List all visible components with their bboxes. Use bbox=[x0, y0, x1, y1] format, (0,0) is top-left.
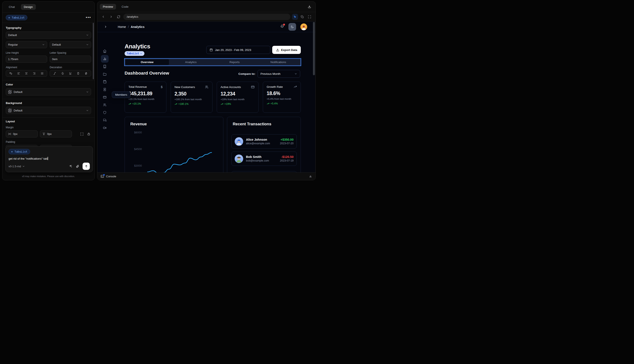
tab-notifications[interactable]: Notifications bbox=[256, 59, 300, 65]
console-bar[interactable]: Console bbox=[97, 172, 315, 180]
lock-margin-button[interactable] bbox=[86, 132, 91, 136]
selection-label-chip[interactable]: TabsList bbox=[125, 51, 144, 56]
selected-component-chip[interactable]: TabsList bbox=[6, 15, 27, 20]
home-icon bbox=[103, 49, 107, 53]
trending-up-icon bbox=[267, 102, 269, 105]
layout-heading: Layout bbox=[6, 120, 91, 123]
date-range-value: Jan 20, 2023 - Feb 09, 2023 bbox=[215, 48, 251, 52]
underline-icon[interactable] bbox=[69, 72, 72, 75]
color-select[interactable]: Default bbox=[6, 88, 91, 96]
date-range-picker[interactable]: Jan 20, 2023 - Feb 09, 2023 bbox=[206, 46, 270, 54]
left-panel-scrollbar[interactable] bbox=[93, 23, 94, 79]
forward-button[interactable] bbox=[108, 14, 114, 20]
align-right-icon[interactable] bbox=[33, 72, 36, 75]
italic-icon[interactable] bbox=[53, 72, 56, 75]
letter-spacing-label: Letter Spacing bbox=[50, 51, 91, 54]
undo-icon[interactable] bbox=[9, 72, 12, 75]
refresh-button[interactable] bbox=[116, 14, 122, 20]
align-center-icon[interactable] bbox=[25, 72, 28, 75]
copy-button[interactable] bbox=[299, 14, 305, 20]
tab-overview[interactable]: Overview bbox=[125, 59, 169, 65]
expand-margin-button[interactable] bbox=[80, 132, 84, 136]
sidebar-item-analytics[interactable] bbox=[101, 55, 109, 63]
font-weight-select[interactable]: Regular bbox=[6, 41, 47, 48]
no-decoration-icon[interactable] bbox=[85, 72, 88, 75]
line-height-label: Line Height bbox=[6, 51, 47, 54]
sidebar-item-video[interactable] bbox=[101, 124, 109, 132]
tab-design[interactable]: Design bbox=[21, 4, 36, 10]
stat-title: Active Accounts bbox=[221, 86, 241, 89]
background-select[interactable]: Default bbox=[6, 107, 91, 114]
align-left-icon[interactable] bbox=[17, 72, 20, 75]
decoration-toolbar bbox=[50, 70, 91, 77]
sidebar-item-organization[interactable] bbox=[101, 63, 109, 70]
download-icon bbox=[276, 48, 279, 52]
margin-y-icon bbox=[42, 132, 46, 136]
page-title: Analytics bbox=[125, 43, 150, 50]
send-button[interactable] bbox=[83, 162, 90, 170]
margin-y-input[interactable]: 0px bbox=[40, 130, 72, 138]
line-height-input[interactable]: 1.75rem bbox=[6, 56, 47, 63]
attach-file-button[interactable] bbox=[76, 164, 79, 168]
more-options-button[interactable]: ••• bbox=[86, 15, 91, 20]
stat-value: 18.6% bbox=[267, 90, 297, 96]
stat-subtext: +20.1% from last month bbox=[128, 98, 163, 100]
chevron-down-icon bbox=[294, 72, 297, 75]
users-icon bbox=[205, 85, 209, 89]
sidebar-item-payments[interactable] bbox=[101, 93, 109, 101]
stat-title: Growth Rate bbox=[267, 85, 283, 88]
building-icon bbox=[103, 64, 107, 68]
composer-input[interactable]: get rid of the "notifications" tab bbox=[9, 157, 90, 160]
preview-viewport: Home / Analytics bbox=[98, 22, 315, 173]
tab-code[interactable]: Code bbox=[119, 4, 131, 10]
model-selector[interactable]: v0-1.5-md bbox=[9, 165, 25, 168]
chevron-down-icon bbox=[86, 109, 89, 112]
strikethrough-icon[interactable] bbox=[61, 72, 64, 75]
compare-value: Previous Month bbox=[260, 72, 280, 76]
console-badge bbox=[103, 174, 105, 176]
overline-icon[interactable] bbox=[77, 72, 80, 75]
stat-subtext: +5.4% from last month bbox=[267, 98, 297, 100]
tab-preview[interactable]: Preview bbox=[100, 4, 116, 10]
margin-label: Margin bbox=[6, 126, 91, 129]
fullscreen-button[interactable] bbox=[306, 14, 312, 20]
sidebar-item-security[interactable] bbox=[101, 109, 109, 116]
chat-composer[interactable]: TabsList get rid of the "notifications" … bbox=[5, 146, 93, 172]
font-family-select[interactable]: Default bbox=[6, 32, 91, 38]
wallet-icon bbox=[103, 80, 107, 84]
tab-analytics[interactable]: Analytics bbox=[169, 59, 213, 65]
theme-toggle-button[interactable] bbox=[288, 23, 296, 31]
inspect-cursor-button[interactable] bbox=[292, 14, 298, 20]
font-size-select[interactable]: Default bbox=[50, 41, 91, 48]
sidebar-expand-icon[interactable] bbox=[104, 25, 107, 28]
sidebar-item-invoices[interactable] bbox=[101, 86, 109, 93]
breadcrumb-home[interactable]: Home bbox=[118, 25, 126, 28]
composer-context-chip[interactable]: TabsList bbox=[9, 149, 30, 154]
export-data-button[interactable]: Export Data bbox=[272, 46, 301, 54]
compare-select[interactable]: Previous Month bbox=[257, 70, 300, 78]
user-avatar[interactable] bbox=[300, 24, 307, 30]
diamond-icon bbox=[8, 16, 11, 19]
url-input[interactable]: /analytics bbox=[123, 14, 290, 20]
tab-reports[interactable]: Reports bbox=[213, 59, 256, 65]
sparkles-icon[interactable] bbox=[69, 164, 72, 168]
margin-x-input[interactable]: 0px bbox=[6, 130, 38, 138]
chevrons-up-icon[interactable] bbox=[309, 174, 312, 178]
tab-chat[interactable]: Chat bbox=[6, 4, 18, 10]
sidebar-item-wallet[interactable] bbox=[101, 78, 109, 86]
back-button[interactable] bbox=[100, 14, 106, 20]
chevron-down-icon bbox=[22, 165, 25, 168]
sidebar-item-messages[interactable] bbox=[101, 116, 109, 124]
preview-scrollbar[interactable] bbox=[313, 22, 315, 75]
sidebar-item-members[interactable] bbox=[101, 101, 109, 109]
transaction-row[interactable]: Bob Smith bob@example.com -$120.50 2023-… bbox=[231, 152, 297, 166]
sidebar-item-projects[interactable] bbox=[101, 70, 109, 78]
letter-spacing-input[interactable]: 0em bbox=[50, 56, 91, 63]
align-justify-icon[interactable] bbox=[41, 72, 44, 75]
download-icon[interactable] bbox=[307, 5, 311, 8]
design-properties-panel: Chat Design TabsList ••• Typography Defa… bbox=[2, 1, 95, 180]
y-tick-3000: $3000 bbox=[127, 164, 142, 167]
notifications-button[interactable] bbox=[280, 24, 284, 29]
sidebar-item-home[interactable] bbox=[101, 47, 109, 55]
transaction-row[interactable]: Alice Johnson alice@example.com +$350.00… bbox=[231, 134, 297, 148]
